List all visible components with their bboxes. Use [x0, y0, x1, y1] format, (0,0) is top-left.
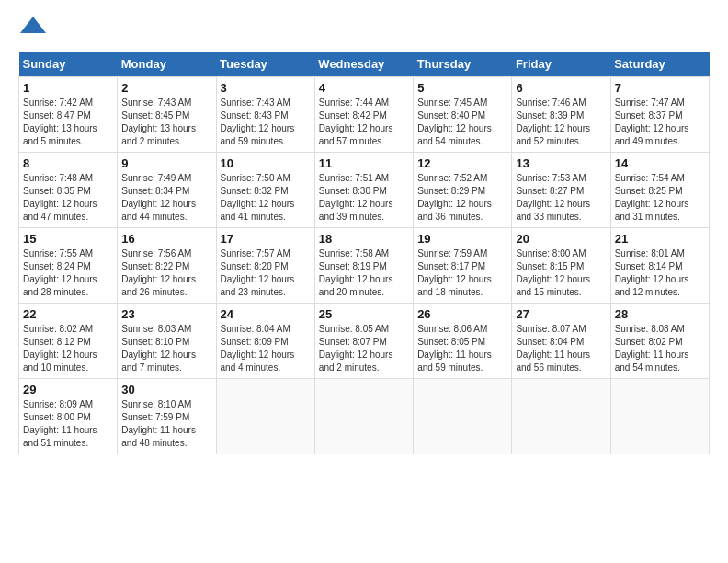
- day-info: Sunrise: 7:59 AM Sunset: 8:17 PM Dayligh…: [417, 247, 507, 299]
- svg-marker-0: [20, 17, 46, 33]
- day-info: Sunrise: 8:03 AM Sunset: 8:10 PM Dayligh…: [121, 323, 211, 374]
- day-number: 21: [615, 232, 705, 246]
- calendar-day-cell: 21 Sunrise: 8:01 AM Sunset: 8:14 PM Dayl…: [610, 228, 709, 304]
- calendar-day-cell: 13 Sunrise: 7:53 AM Sunset: 8:27 PM Dayl…: [512, 153, 610, 228]
- day-number: 22: [23, 307, 113, 321]
- calendar-day-cell: 30 Sunrise: 8:10 AM Sunset: 7:59 PM Dayl…: [118, 379, 216, 454]
- calendar-day-cell: 29 Sunrise: 8:09 AM Sunset: 8:00 PM Dayl…: [19, 379, 118, 454]
- day-number: 4: [319, 81, 409, 95]
- calendar-day-cell: 16 Sunrise: 7:56 AM Sunset: 8:22 PM Dayl…: [118, 228, 216, 304]
- day-number: 24: [221, 307, 311, 321]
- col-monday: Monday: [118, 52, 216, 77]
- day-info: Sunrise: 8:10 AM Sunset: 7:59 PM Dayligh…: [121, 398, 211, 450]
- day-info: Sunrise: 7:55 AM Sunset: 8:24 PM Dayligh…: [23, 247, 113, 299]
- col-thursday: Thursday: [414, 52, 512, 77]
- day-number: 26: [417, 307, 507, 321]
- day-number: 17: [221, 232, 311, 246]
- day-info: Sunrise: 7:48 AM Sunset: 8:35 PM Dayligh…: [23, 172, 113, 224]
- day-info: Sunrise: 7:49 AM Sunset: 8:34 PM Dayligh…: [121, 172, 211, 224]
- calendar-day-cell: 24 Sunrise: 8:04 AM Sunset: 8:09 PM Dayl…: [216, 304, 314, 379]
- calendar-day-cell: 17 Sunrise: 7:57 AM Sunset: 8:20 PM Dayl…: [216, 228, 314, 304]
- calendar-header-row: Sunday Monday Tuesday Wednesday Thursday…: [19, 52, 710, 77]
- calendar-day-cell: 25 Sunrise: 8:05 AM Sunset: 8:07 PM Dayl…: [314, 304, 413, 379]
- day-number: 30: [121, 383, 211, 396]
- col-saturday: Saturday: [610, 52, 709, 77]
- calendar-day-cell: 5 Sunrise: 7:45 AM Sunset: 8:40 PM Dayli…: [414, 77, 512, 153]
- calendar-week-row: 22 Sunrise: 8:02 AM Sunset: 8:12 PM Dayl…: [19, 304, 710, 379]
- calendar-day-cell: 8 Sunrise: 7:48 AM Sunset: 8:35 PM Dayli…: [19, 153, 118, 228]
- day-info: Sunrise: 8:05 AM Sunset: 8:07 PM Dayligh…: [319, 323, 409, 374]
- day-info: Sunrise: 7:58 AM Sunset: 8:19 PM Dayligh…: [319, 247, 409, 299]
- day-number: 13: [516, 156, 606, 170]
- calendar-day-cell: 6 Sunrise: 7:46 AM Sunset: 8:39 PM Dayli…: [512, 77, 610, 153]
- calendar-day-cell: 22 Sunrise: 8:02 AM Sunset: 8:12 PM Dayl…: [19, 304, 118, 379]
- calendar-day-cell: 23 Sunrise: 8:03 AM Sunset: 8:10 PM Dayl…: [118, 304, 216, 379]
- col-tuesday: Tuesday: [216, 52, 314, 77]
- day-number: 29: [23, 383, 113, 396]
- day-number: 1: [23, 81, 113, 95]
- day-number: 28: [615, 307, 705, 321]
- empty-cell: [314, 379, 413, 454]
- day-number: 9: [121, 156, 211, 170]
- day-info: Sunrise: 8:04 AM Sunset: 8:09 PM Dayligh…: [221, 323, 311, 374]
- day-number: 15: [23, 232, 113, 246]
- day-info: Sunrise: 8:08 AM Sunset: 8:02 PM Dayligh…: [615, 323, 705, 374]
- day-info: Sunrise: 7:52 AM Sunset: 8:29 PM Dayligh…: [417, 172, 507, 224]
- day-number: 3: [221, 81, 311, 95]
- day-info: Sunrise: 7:53 AM Sunset: 8:27 PM Dayligh…: [516, 172, 606, 224]
- calendar-day-cell: 11 Sunrise: 7:51 AM Sunset: 8:30 PM Dayl…: [314, 153, 413, 228]
- calendar-table: Sunday Monday Tuesday Wednesday Thursday…: [18, 52, 710, 454]
- day-number: 8: [23, 156, 113, 170]
- day-number: 6: [516, 81, 606, 95]
- day-info: Sunrise: 7:57 AM Sunset: 8:20 PM Dayligh…: [221, 247, 311, 299]
- calendar-day-cell: 2 Sunrise: 7:43 AM Sunset: 8:45 PM Dayli…: [118, 77, 216, 153]
- logo: [18, 18, 46, 42]
- day-number: 5: [417, 81, 507, 95]
- day-number: 18: [319, 232, 409, 246]
- calendar-week-row: 1 Sunrise: 7:42 AM Sunset: 8:47 PM Dayli…: [19, 77, 710, 153]
- calendar-day-cell: 19 Sunrise: 7:59 AM Sunset: 8:17 PM Dayl…: [414, 228, 512, 304]
- day-number: 11: [319, 156, 409, 170]
- day-info: Sunrise: 7:54 AM Sunset: 8:25 PM Dayligh…: [615, 172, 705, 224]
- day-number: 12: [417, 156, 507, 170]
- calendar-day-cell: 10 Sunrise: 7:50 AM Sunset: 8:32 PM Dayl…: [216, 153, 314, 228]
- day-info: Sunrise: 8:01 AM Sunset: 8:14 PM Dayligh…: [615, 247, 705, 299]
- calendar-day-cell: 7 Sunrise: 7:47 AM Sunset: 8:37 PM Dayli…: [610, 77, 709, 153]
- day-number: 20: [516, 232, 606, 246]
- calendar-week-row: 15 Sunrise: 7:55 AM Sunset: 8:24 PM Dayl…: [19, 228, 710, 304]
- page-header: [18, 18, 710, 42]
- col-friday: Friday: [512, 52, 610, 77]
- empty-cell: [512, 379, 610, 454]
- calendar-day-cell: 12 Sunrise: 7:52 AM Sunset: 8:29 PM Dayl…: [414, 153, 512, 228]
- calendar-day-cell: 18 Sunrise: 7:58 AM Sunset: 8:19 PM Dayl…: [314, 228, 413, 304]
- day-info: Sunrise: 7:43 AM Sunset: 8:43 PM Dayligh…: [221, 97, 311, 148]
- day-info: Sunrise: 8:09 AM Sunset: 8:00 PM Dayligh…: [23, 398, 113, 450]
- calendar-day-cell: 15 Sunrise: 7:55 AM Sunset: 8:24 PM Dayl…: [19, 228, 118, 304]
- calendar-day-cell: 26 Sunrise: 8:06 AM Sunset: 8:05 PM Dayl…: [414, 304, 512, 379]
- day-info: Sunrise: 7:50 AM Sunset: 8:32 PM Dayligh…: [221, 172, 311, 224]
- empty-cell: [414, 379, 512, 454]
- day-info: Sunrise: 7:51 AM Sunset: 8:30 PM Dayligh…: [319, 172, 409, 224]
- logo-icon: [20, 17, 46, 37]
- day-number: 19: [417, 232, 507, 246]
- day-info: Sunrise: 8:00 AM Sunset: 8:15 PM Dayligh…: [516, 247, 606, 299]
- day-info: Sunrise: 7:42 AM Sunset: 8:47 PM Dayligh…: [23, 97, 113, 148]
- calendar-day-cell: 27 Sunrise: 8:07 AM Sunset: 8:04 PM Dayl…: [512, 304, 610, 379]
- calendar-day-cell: 4 Sunrise: 7:44 AM Sunset: 8:42 PM Dayli…: [314, 77, 413, 153]
- day-number: 16: [121, 232, 211, 246]
- empty-cell: [216, 379, 314, 454]
- day-info: Sunrise: 7:44 AM Sunset: 8:42 PM Dayligh…: [319, 97, 409, 148]
- day-info: Sunrise: 7:43 AM Sunset: 8:45 PM Dayligh…: [121, 97, 211, 148]
- day-info: Sunrise: 7:56 AM Sunset: 8:22 PM Dayligh…: [121, 247, 211, 299]
- day-info: Sunrise: 8:06 AM Sunset: 8:05 PM Dayligh…: [417, 323, 507, 374]
- calendar-day-cell: 3 Sunrise: 7:43 AM Sunset: 8:43 PM Dayli…: [216, 77, 314, 153]
- calendar-day-cell: 20 Sunrise: 8:00 AM Sunset: 8:15 PM Dayl…: [512, 228, 610, 304]
- calendar-day-cell: 9 Sunrise: 7:49 AM Sunset: 8:34 PM Dayli…: [118, 153, 216, 228]
- day-info: Sunrise: 8:07 AM Sunset: 8:04 PM Dayligh…: [516, 323, 606, 374]
- col-sunday: Sunday: [19, 52, 118, 77]
- day-number: 27: [516, 307, 606, 321]
- day-number: 10: [221, 156, 311, 170]
- day-number: 23: [121, 307, 211, 321]
- calendar-day-cell: 14 Sunrise: 7:54 AM Sunset: 8:25 PM Dayl…: [610, 153, 709, 228]
- calendar-week-row: 8 Sunrise: 7:48 AM Sunset: 8:35 PM Dayli…: [19, 153, 710, 228]
